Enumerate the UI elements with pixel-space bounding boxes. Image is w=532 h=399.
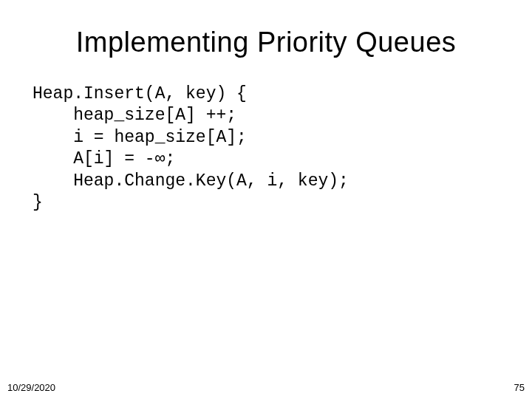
code-line: Heap.Change.Key(A, i, key); [33,171,349,191]
code-line: } [33,193,43,212]
code-block: Heap.Insert(A, key) { heap_size[A] ++; i… [33,83,532,214]
code-line: heap_size[A] ++; [33,106,236,125]
slide-title: Implementing Priority Queues [0,0,532,58]
code-line: A[i] = -∞; [33,149,175,168]
footer-page-number: 75 [514,382,525,393]
footer-date: 10/29/2020 [7,382,55,393]
code-line: Heap.Insert(A, key) { [33,84,247,103]
code-line: i = heap_size[A]; [33,128,247,147]
